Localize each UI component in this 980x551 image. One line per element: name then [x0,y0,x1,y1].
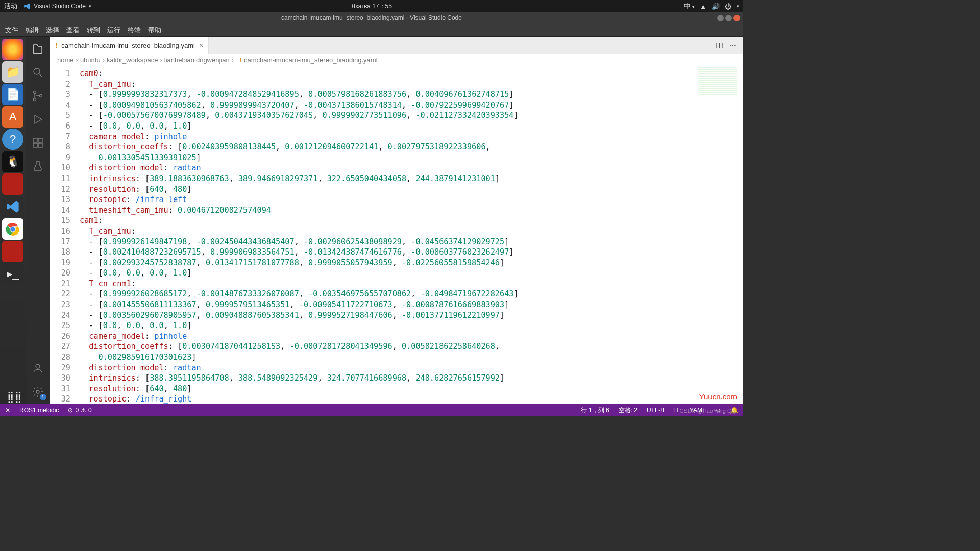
dock-libreoffice[interactable]: 📄 [2,84,23,105]
app-grid-icon[interactable]: ⠿⠿⠿⠿ [7,394,22,402]
status-encoding[interactable]: UTF-8 [647,407,664,414]
breadcrumb-segment[interactable]: home [57,56,74,64]
breadcrumb-segment[interactable]: kalibr_workspace [107,56,158,64]
modified-icon: ! [55,42,57,49]
tab-close-icon[interactable]: × [199,41,203,49]
dock-files[interactable]: 📁 [2,61,23,83]
breadcrumb-segment[interactable]: ubuntu [80,56,101,64]
testing-icon[interactable] [31,159,45,173]
minimize-button[interactable] [717,15,724,21]
dock-terminal[interactable]: ▸_ [2,263,23,285]
breadcrumb-segment[interactable]: camchain-imucam-imu_stereo_biaoding.yaml [244,56,378,64]
settings-badge: 1 [40,394,46,400]
svg-point-10 [36,364,40,368]
dock-app-red1[interactable] [2,173,23,195]
modified-icon: ! [240,56,242,64]
activities-label[interactable]: 活动 [4,2,17,11]
svg-point-3 [34,91,36,94]
editor-area: ! camchain-imucam-imu_stereo_biaoding.ya… [50,37,743,404]
menubar: 文件编辑选择查看转到运行终端帮助 [0,23,743,37]
code-content[interactable]: cam0: T_cam_imu: - [0.9999993832317373, … [77,66,743,404]
svg-point-11 [36,390,39,393]
status-cursor-pos[interactable]: 行 1，列 6 [581,406,609,415]
dock-help[interactable]: ? [2,129,23,150]
breadcrumbs[interactable]: home›ubuntu›kalibr_workspace›lianhebiaoi… [50,54,743,66]
dropdown-icon: ▾ [89,4,91,9]
window-titlebar: camchain-imucam-imu_stereo_biaoding.yaml… [0,12,743,23]
chevron-right-icon: › [160,56,162,64]
ubuntu-dock: 📁 📄 A ? 🐧 ▸_ [0,37,26,404]
volume-icon[interactable]: 🔊 [712,3,720,10]
menu-选择[interactable]: 选择 [46,26,59,35]
svg-point-4 [34,98,36,101]
settings-gear-icon[interactable]: 1 [31,385,45,399]
network-icon[interactable]: ▲ [700,3,706,10]
run-debug-icon[interactable] [31,112,45,127]
menu-编辑[interactable]: 编辑 [26,26,39,35]
chevron-right-icon: › [232,56,234,64]
extensions-icon[interactable] [31,136,45,150]
explorer-icon[interactable] [31,42,45,56]
watermark-text: Yuucn.com [699,392,737,401]
tab-bar: ! camchain-imucam-imu_stereo_biaoding.ya… [50,37,743,54]
search-icon[interactable] [31,65,45,80]
menu-查看[interactable]: 查看 [66,26,80,35]
close-button[interactable] [733,15,740,21]
svg-point-5 [40,95,42,97]
dock-software[interactable]: A [2,106,23,128]
dock-app-red2[interactable] [2,241,23,262]
status-spaces[interactable]: 空格: 2 [619,406,638,415]
code-editor[interactable]: 1234567891011121314151617181920212223242… [50,66,743,404]
window-title: camchain-imucam-imu_stereo_biaoding.yaml… [281,14,462,21]
status-problems[interactable]: ⊘ 0 ⚠ 0 [68,407,91,414]
gnome-top-bar: 活动 Visual Studio Code ▾ Лхагва 17：55 中 ▾… [0,0,743,12]
menu-运行[interactable]: 运行 [107,26,120,35]
maximize-button[interactable] [725,15,732,21]
chevron-right-icon: › [76,56,78,64]
chevron-right-icon: › [103,56,105,64]
activity-bar: 1 [26,37,50,404]
dock-firefox[interactable] [2,39,23,60]
status-ros[interactable]: ROS1.melodic [19,407,59,414]
dock-vscode[interactable] [2,196,23,217]
accounts-icon[interactable] [31,361,45,375]
breadcrumb-segment[interactable]: lianhebiaoidngwenjian [164,56,230,64]
menu-转到[interactable]: 转到 [87,26,100,35]
power-icon[interactable]: ⏻ [725,3,731,10]
svg-rect-9 [38,143,42,147]
more-actions-icon[interactable]: ⋯ [729,42,736,49]
svg-rect-6 [33,138,37,142]
ime-indicator[interactable]: 中 ▾ [684,2,695,11]
clock[interactable]: Лхагва 17：55 [351,2,392,11]
status-bar: ✕ ROS1.melodic ⊘ 0 ⚠ 0 行 1，列 6 空格: 2 UTF… [0,404,743,416]
minimap[interactable] [698,67,737,96]
source-control-icon[interactable] [31,89,45,103]
svg-point-2 [34,68,40,74]
menu-文件[interactable]: 文件 [5,26,18,35]
dock-qq[interactable]: 🐧 [2,151,23,172]
editor-tab[interactable]: ! camchain-imucam-imu_stereo_biaoding.ya… [50,37,209,54]
svg-rect-8 [33,143,37,147]
watermark-author: CSDN @HaoYang Qiu [679,408,736,414]
system-menu-icon[interactable]: ▾ [737,4,739,9]
tab-title: camchain-imucam-imu_stereo_biaoding.yaml [61,42,195,49]
active-app[interactable]: Visual Studio Code ▾ [23,3,91,10]
menu-终端[interactable]: 终端 [128,26,141,35]
svg-point-1 [10,227,15,231]
line-gutter: 1234567891011121314151617181920212223242… [50,66,77,404]
dock-chrome[interactable] [2,218,23,240]
svg-rect-7 [38,138,42,142]
status-close-icon[interactable]: ✕ [5,407,10,414]
split-editor-icon[interactable] [716,41,723,49]
menu-帮助[interactable]: 帮助 [148,26,161,35]
